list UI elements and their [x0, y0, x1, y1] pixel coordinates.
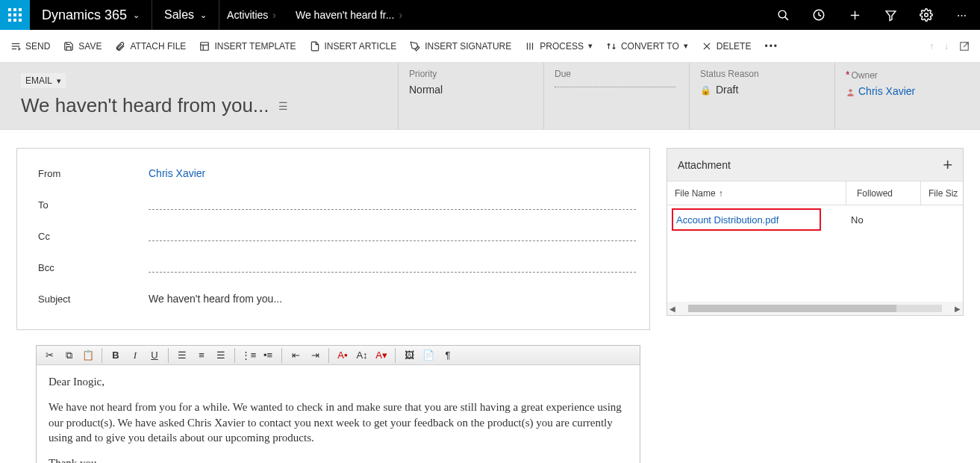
top-nav: Dynamics 365 ⌄ Sales ⌄ Activities › We h… [0, 0, 980, 30]
insert-signature-button[interactable]: INSERT SIGNATURE [408, 38, 513, 55]
from-label: From [38, 168, 149, 179]
cc-input[interactable] [149, 231, 636, 241]
subject-value[interactable]: We haven't heard from you... [149, 293, 636, 305]
area-menu[interactable]: Sales ⌄ [152, 0, 219, 30]
svg-rect-6 [8, 19, 11, 22]
cut-icon[interactable]: ✂ [41, 348, 57, 363]
svg-point-15 [925, 13, 928, 17]
due-label: Due [555, 69, 675, 79]
svg-rect-1 [13, 8, 16, 11]
insert-image-icon[interactable]: 🖼 [401, 348, 417, 363]
email-body[interactable]: Dear Inogic, We have not heard from you … [37, 365, 640, 463]
person-icon [846, 85, 858, 97]
underline-icon[interactable]: U [146, 348, 163, 363]
status-reason-value: Draft [716, 84, 738, 96]
caret-down-icon: ▾ [588, 41, 593, 51]
align-left-icon[interactable]: ☰ [174, 348, 190, 363]
due-field[interactable]: Due [543, 63, 689, 129]
process-button[interactable]: PROCESS ▾ [523, 38, 594, 55]
attachment-followed: No [821, 214, 896, 226]
attachment-panel: Attachment + File Name ↑ Followed File S… [667, 148, 964, 316]
owner-value[interactable]: Chris Xavier [858, 85, 915, 97]
delete-button[interactable]: DELETE [700, 38, 753, 55]
send-button[interactable]: SEND [9, 38, 52, 55]
text-direction-icon[interactable]: ¶ [440, 348, 456, 363]
from-value[interactable]: Chris Xavier [149, 167, 636, 179]
bcc-input[interactable] [149, 262, 636, 273]
settings-icon[interactable] [908, 0, 944, 30]
col-filesize-header[interactable]: File Siz [921, 181, 963, 205]
highlight-color-icon[interactable]: A▪ [334, 348, 351, 363]
list-view-icon[interactable]: ☰ [278, 100, 288, 112]
breadcrumb-activities[interactable]: Activities › [219, 0, 288, 30]
popout-button[interactable] [958, 38, 971, 55]
svg-rect-3 [8, 13, 11, 16]
insert-doc-icon[interactable]: 📄 [420, 348, 437, 363]
owner-field[interactable]: *Owner Chris Xavier [834, 63, 980, 129]
svg-point-31 [849, 89, 852, 92]
scroll-left-icon[interactable]: ◀ [667, 305, 678, 313]
chevron-right-icon: › [399, 9, 402, 21]
priority-field[interactable]: Priority Normal [398, 63, 543, 129]
copy-icon[interactable]: ⧉ [60, 348, 77, 363]
ordered-list-icon[interactable]: ⋮≡ [240, 348, 257, 363]
area-label: Sales [164, 8, 194, 22]
caret-down-icon: ▾ [684, 41, 688, 51]
entity-switcher[interactable]: EMAIL ▾ [21, 73, 66, 88]
priority-value: Normal [409, 84, 530, 96]
svg-rect-19 [201, 42, 209, 50]
app-launcher-icon[interactable] [0, 0, 30, 30]
outdent-icon[interactable]: ⇤ [287, 348, 304, 363]
scroll-right-icon[interactable]: ▶ [952, 305, 963, 313]
convert-to-button[interactable]: CONVERT TO ▾ [605, 38, 690, 55]
insert-template-button[interactable]: INSERT TEMPLATE [198, 38, 297, 55]
align-right-icon[interactable]: ☰ [213, 348, 229, 363]
svg-rect-4 [13, 13, 16, 16]
record-title: We haven't heard from you... [21, 94, 269, 117]
chevron-down-icon: ⌄ [133, 10, 140, 20]
font-size-icon[interactable]: A↕ [354, 348, 370, 363]
filter-icon[interactable] [873, 0, 908, 30]
italic-icon[interactable]: I [127, 348, 143, 363]
status-reason-field: Status Reason 🔒Draft [689, 63, 834, 129]
save-button[interactable]: SAVE [62, 38, 103, 55]
chevron-down-icon: ⌄ [200, 10, 207, 20]
unordered-list-icon[interactable]: •≡ [260, 348, 276, 363]
svg-rect-5 [19, 13, 22, 16]
caret-down-icon: ▾ [57, 76, 61, 86]
add-attachment-button[interactable]: + [943, 155, 952, 175]
owner-label: Owner [851, 70, 877, 81]
insert-article-button[interactable]: INSERT ARTICLE [308, 38, 399, 55]
sort-asc-icon: ↑ [719, 188, 723, 199]
body-paragraph: We have not heard from you for a while. … [49, 400, 628, 445]
add-icon[interactable] [837, 0, 873, 30]
search-icon[interactable] [765, 0, 801, 30]
attach-file-button[interactable]: ATTACH FILE [113, 38, 187, 55]
attachment-scrollbar[interactable]: ◀ ▶ [667, 302, 963, 315]
more-icon[interactable]: ⋯ [944, 0, 980, 30]
email-form: From Chris Xavier To Cc Bcc Subject We h… [16, 148, 650, 330]
body-closing: Thank you. [49, 456, 628, 463]
attachment-row[interactable]: Account Distribution.pdf No [667, 205, 963, 234]
to-input[interactable] [149, 199, 636, 210]
col-filename-header[interactable]: File Name ↑ [667, 181, 846, 205]
align-center-icon[interactable]: ≡ [193, 348, 210, 363]
nav-up-button[interactable]: ↑ [928, 38, 935, 55]
svg-marker-14 [886, 10, 896, 20]
paste-icon[interactable]: 📋 [80, 348, 96, 363]
attachment-filename[interactable]: Account Distribution.pdf [672, 208, 821, 231]
lock-icon: 🔒 [700, 85, 711, 96]
bold-icon[interactable]: B [107, 348, 124, 363]
indent-icon[interactable]: ⇥ [307, 348, 323, 363]
breadcrumb-record[interactable]: We haven't heard fr... › [288, 0, 414, 30]
due-empty [555, 87, 675, 87]
more-commands-button[interactable]: ••• [763, 38, 780, 55]
font-color-icon[interactable]: A▾ [373, 348, 390, 363]
brand-menu[interactable]: Dynamics 365 ⌄ [30, 0, 152, 30]
nav-down-button[interactable]: ↓ [943, 38, 950, 55]
to-label: To [38, 199, 149, 211]
col-followed-header[interactable]: Followed [846, 181, 921, 205]
body-greeting: Dear Inogic, [49, 374, 628, 389]
recent-icon[interactable] [801, 0, 837, 30]
svg-rect-7 [13, 19, 16, 22]
